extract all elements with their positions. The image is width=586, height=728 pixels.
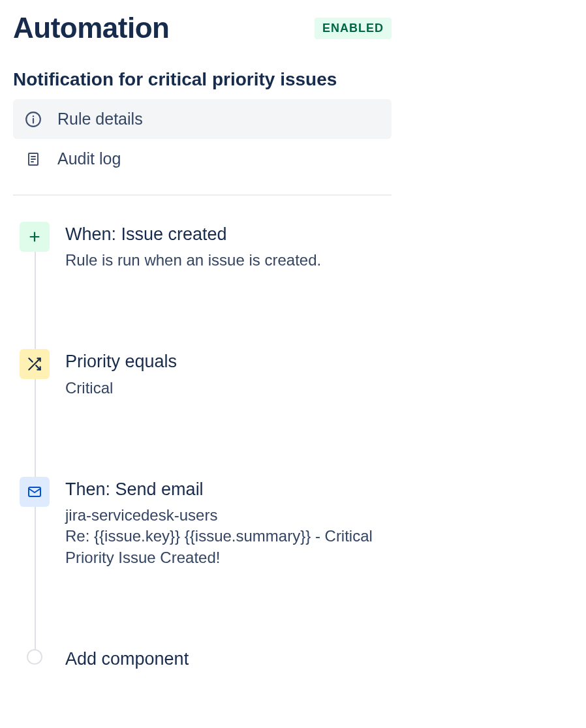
rule-title: Notification for critical priority issue…	[13, 69, 392, 90]
tab-audit-log[interactable]: Audit log	[13, 139, 392, 179]
tab-label: Rule details	[57, 110, 143, 129]
plus-icon	[20, 222, 50, 252]
tab-label: Audit log	[57, 149, 121, 168]
flow-step-action[interactable]: Then: Send email jira-servicedesk-usersR…	[20, 477, 392, 568]
page-header: Automation ENABLED	[13, 12, 392, 44]
divider	[13, 194, 392, 196]
rule-tabs: Rule details Audit log	[13, 99, 392, 179]
note-icon	[25, 151, 42, 168]
flow-step-body: Then: Send email jira-servicedesk-usersR…	[65, 477, 392, 568]
flow-step-title: Add component	[65, 648, 189, 671]
tab-rule-details[interactable]: Rule details	[13, 99, 392, 139]
svg-line-11	[29, 359, 32, 362]
flow-step-desc: Rule is run when an issue is created.	[65, 250, 321, 271]
flow-step-condition[interactable]: Priority equals Critical	[20, 349, 392, 398]
status-badge: ENABLED	[315, 18, 392, 39]
flow-step-body: Add component	[65, 646, 189, 671]
rule-flow: When: Issue created Rule is run when an …	[13, 222, 392, 671]
info-icon	[25, 111, 42, 128]
flow-step-title: When: Issue created	[65, 223, 321, 246]
flow-connector	[35, 252, 36, 663]
shuffle-icon	[20, 349, 50, 379]
flow-step-desc: jira-servicedesk-usersRe: {{issue.key}} …	[65, 505, 392, 568]
svg-point-2	[33, 115, 34, 116]
flow-step-desc: Critical	[65, 378, 177, 399]
flow-step-title: Then: Send email	[65, 478, 392, 501]
flow-step-trigger[interactable]: When: Issue created Rule is run when an …	[20, 222, 392, 271]
flow-step-body: Priority equals Critical	[65, 349, 177, 398]
flow-step-title: Priority equals	[65, 350, 177, 373]
mail-icon	[20, 477, 50, 507]
page-title: Automation	[13, 12, 169, 44]
flow-step-add-component[interactable]: Add component	[20, 646, 392, 671]
flow-step-body: When: Issue created Rule is run when an …	[65, 222, 321, 271]
empty-circle-icon	[27, 649, 42, 665]
